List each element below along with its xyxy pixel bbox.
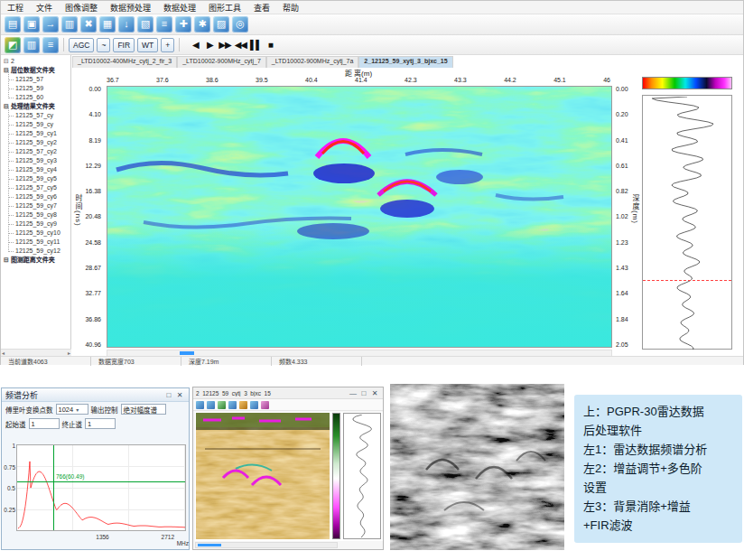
open-project-icon[interactable]: ▣ <box>23 16 40 33</box>
tree-scrollbar[interactable]: ◂▸ <box>1 349 71 356</box>
document-tab[interactable]: _LTD10002-900MHz_cytj_7 <box>177 56 266 68</box>
output-mode-select[interactable]: 绝对幅度谱 <box>121 404 166 415</box>
tree-item[interactable]: 12125_59_cy4 <box>4 165 70 174</box>
tree-item[interactable]: 12125_59_cy10 <box>4 229 70 238</box>
tree-item[interactable]: 12125_59_cy12 <box>4 247 70 256</box>
menu-item[interactable]: 工程 <box>1 2 30 14</box>
open-file-icon[interactable]: ▥ <box>61 16 78 33</box>
close-button[interactable]: ✕ <box>369 389 380 397</box>
import-data-icon[interactable]: → <box>42 16 59 33</box>
peak-readout: 766(60.49) <box>56 473 84 480</box>
crosshair-button[interactable]: + <box>161 38 174 52</box>
fir-filter-button[interactable]: FIR <box>113 38 135 52</box>
tree-root[interactable]: ⊟2 <box>4 57 70 66</box>
tree-item[interactable]: 12125_57_cy5 <box>4 183 70 192</box>
end-trace-input[interactable]: 1 <box>85 418 116 429</box>
zoom-icon[interactable] <box>239 401 247 409</box>
tree-item[interactable]: 12125_59_cy9 <box>4 219 70 229</box>
annotation-line: 左1：雷达数据频谱分析 <box>583 440 733 459</box>
tree-item[interactable]: 12125_59_cy2 <box>4 138 70 147</box>
menu-item[interactable]: 数据处理 <box>157 2 202 14</box>
step-back-button[interactable]: ◀ <box>190 40 200 50</box>
menu-item[interactable]: 帮助 <box>276 2 305 14</box>
start-trace-input[interactable]: 1 <box>29 418 60 429</box>
maximize-button[interactable]: □ <box>358 389 369 397</box>
tree-item[interactable]: 12125_59_cy5 <box>4 174 70 183</box>
minimize-button[interactable]: □ <box>163 391 174 399</box>
menu-bar: 工程文件图像调整数据预处理数据处理图形工具查看帮助 <box>1 1 743 14</box>
gain-scrollbar[interactable] <box>195 542 338 548</box>
minimize-button[interactable]: — <box>348 389 358 397</box>
gain-window: 2_12125_59_cytj_3_bjxc_15 — □ ✕ <box>192 387 384 550</box>
settings-gear-icon[interactable]: ✱ <box>194 16 210 33</box>
document-tab[interactable]: _LTD10002-900MHz_cytj_7a <box>266 56 359 68</box>
ruler-icon[interactable] <box>250 401 258 409</box>
scrollbar-thumb[interactable] <box>198 544 221 546</box>
collapse-icon[interactable]: ⊟ <box>4 257 9 263</box>
histogram-icon[interactable]: ▥ <box>23 37 40 53</box>
info-icon[interactable] <box>261 401 269 409</box>
project-tree[interactable]: ⊟2 ⊟层位数据文件夹 12125_5712125_5912125_60 ⊟处理… <box>1 55 71 349</box>
trace-panel <box>640 68 734 357</box>
tree-item[interactable]: 12125_59_cy3 <box>4 156 70 165</box>
trace-view[interactable] <box>642 95 732 350</box>
tree-item[interactable]: 12125_59_cy11 <box>4 238 70 247</box>
tree-item[interactable]: 12125_59_cy1 <box>4 129 70 138</box>
tree-group-results[interactable]: ⊟处理结果文件夹 <box>4 102 70 111</box>
zoom-icon[interactable]: ◎ <box>232 16 248 33</box>
fast-forward-button[interactable]: ▶▶ <box>219 40 230 50</box>
menu-item[interactable]: 文件 <box>30 2 59 14</box>
collapse-icon[interactable]: ⊟ <box>4 58 9 64</box>
tree-item[interactable]: 12125_57_cy2 <box>4 147 70 156</box>
delete-file-icon[interactable]: ✖ <box>80 16 97 33</box>
spectrum-y-tick: 1 <box>12 443 15 449</box>
tree-children: 12125_57_cy12125_59_cy12125_59_cy112125_… <box>4 111 70 256</box>
gain-icon[interactable] <box>228 401 237 409</box>
tree-item[interactable]: 12125_59_cy <box>4 120 70 129</box>
gain-radargram[interactable] <box>196 413 330 539</box>
tree-group-layers[interactable]: ⊟层位数据文件夹 <box>4 66 70 75</box>
radargram-image[interactable] <box>107 86 612 348</box>
save-icon[interactable] <box>207 401 215 409</box>
gain-trace-view[interactable] <box>343 413 381 539</box>
menu-item[interactable]: 数据预处理 <box>104 2 157 14</box>
tree-item[interactable]: 12125_59_cy7 <box>4 201 70 210</box>
menu-item[interactable]: 图像调整 <box>59 2 104 14</box>
tree-item[interactable]: 12125_60 <box>4 93 70 102</box>
stop-button[interactable]: ■ <box>265 40 275 50</box>
palette-icon[interactable]: ◩ <box>5 37 21 53</box>
list-icon[interactable]: ≡ <box>42 37 59 53</box>
play-button[interactable]: ▶ <box>204 40 215 50</box>
tree-item[interactable]: 12125_57 <box>4 75 70 84</box>
x-tick-label: 40.4 <box>305 77 318 83</box>
menu-item[interactable]: 查看 <box>247 2 276 14</box>
scrollbar-thumb[interactable] <box>180 351 194 355</box>
layers-icon[interactable]: ≡ <box>156 16 172 33</box>
fft-points-select[interactable]: 1024 <box>56 404 88 415</box>
tree-group-distance[interactable]: ⊟图测距离文件夹 <box>4 256 70 265</box>
new-project-icon[interactable]: ▤ <box>5 16 21 33</box>
folder-icon[interactable]: ▦ <box>99 16 116 33</box>
x-tick-label: 36.7 <box>107 77 119 83</box>
wavelet-button[interactable]: WT <box>137 38 158 52</box>
palette-icon[interactable] <box>218 401 226 409</box>
save-icon[interactable]: ↓ <box>118 16 135 33</box>
tree-item[interactable]: 12125_57_cy <box>4 111 70 120</box>
gain-wave-button[interactable]: ~ <box>97 38 110 52</box>
tree-item[interactable]: 12125_59 <box>4 84 70 93</box>
document-tab[interactable]: 2_12125_59_xytj_3_bjxc_15 <box>358 56 452 68</box>
open-icon[interactable] <box>196 401 204 409</box>
agc-button[interactable]: AGC <box>69 38 94 52</box>
tree-item[interactable]: 12125_59_cy8 <box>4 210 70 219</box>
spectrum-title: 频谱分析 <box>5 389 163 401</box>
pause-button[interactable]: ▌▌ <box>250 40 261 50</box>
spectrum-canvas[interactable]: 766(60.49) <box>16 444 186 531</box>
document-tab[interactable]: _LTD10002-400MHz_cytj_2_fir_3 <box>72 56 177 68</box>
save-as-icon[interactable]: ▧ <box>137 16 153 33</box>
tree-item[interactable]: 12125_59_cy6 <box>4 192 70 201</box>
menu-item[interactable]: 图形工具 <box>202 2 247 14</box>
close-button[interactable]: ✕ <box>174 391 185 399</box>
print-icon[interactable]: ▨ <box>213 16 229 33</box>
rewind-button[interactable]: ◀◀ <box>235 40 246 50</box>
add-data-icon[interactable]: ✚ <box>175 16 191 33</box>
